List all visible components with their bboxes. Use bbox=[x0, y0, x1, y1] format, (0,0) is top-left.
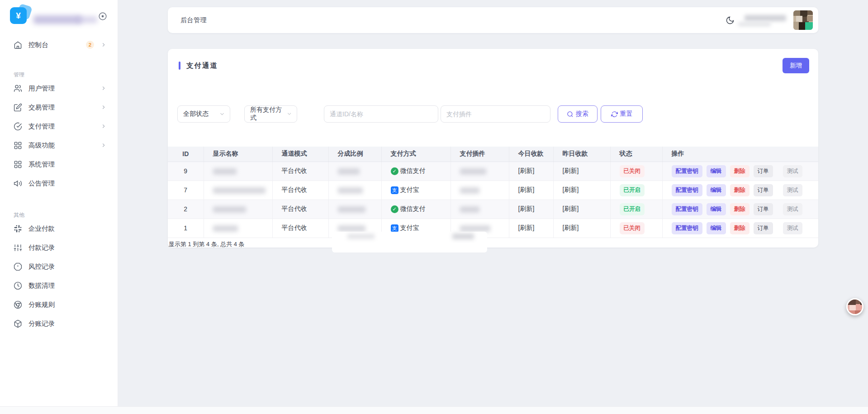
dark-mode-toggle-icon[interactable] bbox=[726, 16, 735, 25]
test-button[interactable]: 测试 bbox=[783, 203, 802, 215]
brand-name-redacted bbox=[77, 16, 97, 23]
col-header-ratio: 分成比例 bbox=[328, 147, 381, 162]
cell-ratio-redacted bbox=[328, 162, 381, 181]
edit-button[interactable]: 编辑 bbox=[707, 184, 726, 196]
cell-status: 已关闭 bbox=[610, 162, 662, 181]
sidebar-item-label: 企业付款 bbox=[28, 224, 55, 233]
sidebar-item-system[interactable]: 系统管理 bbox=[0, 155, 118, 174]
sidebar-item-advanced[interactable]: 高级功能 bbox=[0, 136, 118, 155]
refresh-today-link[interactable]: [刷新] bbox=[509, 162, 553, 181]
sidebar-item-split-records[interactable]: 分账记录 bbox=[0, 314, 118, 333]
brand-area: ¥ bbox=[0, 0, 118, 32]
col-header-method: 支付方式 bbox=[381, 147, 451, 162]
cell-id: 1 bbox=[168, 219, 204, 238]
orders-button[interactable]: 订单 bbox=[754, 203, 773, 215]
chevron-down-icon bbox=[219, 111, 225, 117]
horizontal-scrollbar-track[interactable] bbox=[0, 406, 868, 414]
test-button[interactable]: 测试 bbox=[783, 222, 802, 234]
sidebar-item-payment-records[interactable]: 付款记录 bbox=[0, 238, 118, 257]
cell-id: 7 bbox=[168, 181, 204, 200]
sidebar-item-data-cleanup[interactable]: 数据清理 bbox=[0, 276, 118, 295]
chevron-right-icon bbox=[100, 42, 107, 48]
orders-button[interactable]: 订单 bbox=[754, 222, 773, 234]
col-header-yesterday: 昨日收款 bbox=[553, 147, 610, 162]
alipay-icon bbox=[391, 186, 398, 194]
cell-mode: 平台代收 bbox=[272, 162, 328, 181]
chrome-icon bbox=[14, 300, 22, 309]
edit-button[interactable]: 编辑 bbox=[707, 203, 726, 215]
sidebar-collapse-icon[interactable] bbox=[98, 11, 108, 21]
edit-button[interactable]: 编辑 bbox=[707, 222, 726, 234]
chevron-down-icon bbox=[286, 111, 292, 117]
status-select[interactable]: 全部状态 bbox=[177, 105, 230, 123]
delete-button[interactable]: 删除 bbox=[730, 165, 749, 177]
configure-key-button[interactable]: 配置密钥 bbox=[672, 222, 702, 234]
sidebar-item-transactions[interactable]: 交易管理 bbox=[0, 98, 118, 117]
test-button[interactable]: 测试 bbox=[783, 184, 802, 196]
cell-name-redacted bbox=[204, 162, 272, 181]
sidebar-item-payments[interactable]: 支付管理 bbox=[0, 117, 118, 136]
sidebar-item-split-rules[interactable]: 分账规则 bbox=[0, 295, 118, 314]
home-icon bbox=[14, 41, 22, 49]
cell-name-redacted bbox=[204, 181, 272, 200]
orders-button[interactable]: 订单 bbox=[754, 184, 773, 196]
edit-button[interactable]: 编辑 bbox=[707, 165, 726, 177]
search-button[interactable]: 搜索 bbox=[558, 105, 598, 123]
sidebar-item-console[interactable]: 控制台 2 bbox=[0, 35, 118, 54]
reset-button[interactable]: 重置 bbox=[601, 105, 643, 123]
cell-actions: 配置密钥 编辑 删除 订单 测试 bbox=[662, 200, 818, 219]
delete-button[interactable]: 删除 bbox=[730, 203, 749, 215]
orders-button[interactable]: 订单 bbox=[754, 165, 773, 177]
refresh-yesterday-link[interactable]: [刷新] bbox=[553, 219, 610, 238]
cell-method: 微信支付 bbox=[381, 200, 451, 219]
grid-icon bbox=[14, 160, 22, 169]
col-header-name: 显示名称 bbox=[204, 147, 272, 162]
add-button[interactable]: 新增 bbox=[783, 58, 809, 73]
cell-actions: 配置密钥 编辑 删除 订单 测试 bbox=[662, 181, 818, 200]
sidebar-item-users[interactable]: 用户管理 bbox=[0, 79, 118, 98]
cell-plugin-redacted bbox=[451, 200, 509, 219]
refresh-yesterday-link[interactable]: [刷新] bbox=[553, 200, 610, 219]
refresh-today-link[interactable]: [刷新] bbox=[509, 181, 553, 200]
cell-plugin-redacted bbox=[451, 162, 509, 181]
grid-icon bbox=[14, 141, 22, 150]
table-row: 2 平台代收 微信支付 [刷新] [刷新] 已开启 配置密钥 编辑 bbox=[168, 200, 818, 219]
delete-button[interactable]: 删除 bbox=[730, 184, 749, 196]
cell-status: 已开启 bbox=[610, 181, 662, 200]
sidebar-item-label: 数据清理 bbox=[28, 281, 55, 290]
cell-actions: 配置密钥 编辑 删除 订单 测试 bbox=[662, 219, 818, 238]
pay-method-select[interactable]: 所有支付方式 bbox=[244, 105, 297, 123]
console-count-badge: 2 bbox=[86, 41, 94, 49]
wechat-pay-icon bbox=[391, 167, 398, 175]
refresh-icon bbox=[611, 111, 618, 118]
cell-status: 已开启 bbox=[610, 200, 662, 219]
table-header-row: ID 显示名称 通道模式 分成比例 支付方式 支付插件 今日收款 昨日收款 状态… bbox=[168, 147, 818, 162]
cell-name-redacted bbox=[204, 200, 272, 219]
page-title: 后台管理 bbox=[180, 16, 207, 24]
plugin-input[interactable] bbox=[441, 105, 550, 123]
configure-key-button[interactable]: 配置密钥 bbox=[672, 203, 702, 215]
sidebar-item-label: 交易管理 bbox=[28, 103, 55, 112]
refresh-yesterday-link[interactable]: [刷新] bbox=[553, 181, 610, 200]
refresh-today-link[interactable]: [刷新] bbox=[509, 219, 553, 238]
channel-id-input[interactable] bbox=[324, 105, 438, 123]
refresh-today-link[interactable]: [刷新] bbox=[509, 200, 553, 219]
table-row: 9 平台代收 微信支付 [刷新] [刷新] 已关闭 配置密钥 编辑 bbox=[168, 162, 818, 181]
test-button[interactable]: 测试 bbox=[783, 165, 802, 177]
brand-name-redacted bbox=[33, 15, 81, 24]
floating-avatar[interactable] bbox=[846, 298, 863, 315]
sidebar-item-risk-records[interactable]: 风控记录 bbox=[0, 257, 118, 276]
sidebar-item-enterprise-pay[interactable]: 企业付款 bbox=[0, 219, 118, 238]
avatar[interactable] bbox=[793, 10, 813, 30]
alert-octagon-icon bbox=[14, 262, 22, 271]
delete-button[interactable]: 删除 bbox=[730, 222, 749, 234]
sidebar-section-label: 管理 bbox=[0, 71, 118, 79]
sidebar-item-label: 用户管理 bbox=[28, 84, 55, 93]
sidebar: ¥ 控制台 2 管理 用户管理 交易管理 支付管理 bbox=[0, 0, 118, 414]
refresh-yesterday-link[interactable]: [刷新] bbox=[553, 162, 610, 181]
top-header-bar: 后台管理 bbox=[168, 7, 818, 33]
configure-key-button[interactable]: 配置密钥 bbox=[672, 184, 702, 196]
configure-key-button[interactable]: 配置密钥 bbox=[672, 165, 702, 177]
sidebar-item-announcements[interactable]: 公告管理 bbox=[0, 174, 118, 193]
cell-ratio-redacted bbox=[328, 200, 381, 219]
